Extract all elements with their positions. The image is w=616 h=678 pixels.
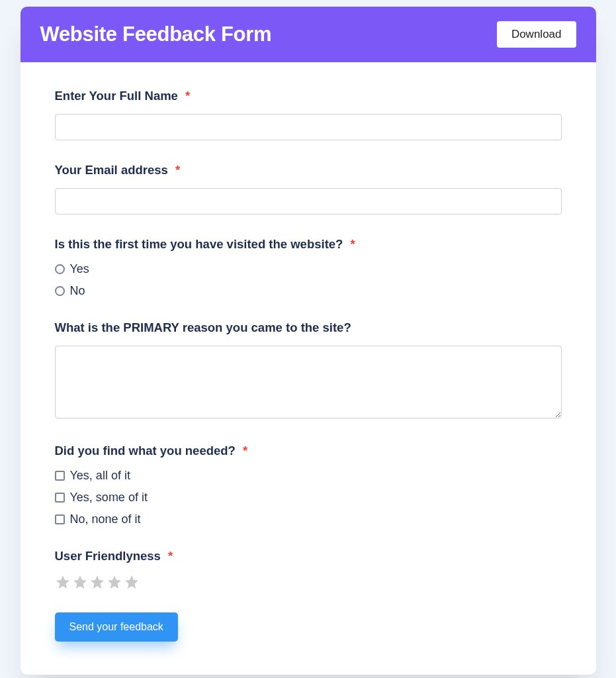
required-asterisk: * xyxy=(243,444,247,458)
field-found-needed: Did you find what you needed? * Yes, all… xyxy=(55,444,562,526)
radio-option-no[interactable]: No xyxy=(55,284,562,298)
checkbox-label: Yes, some of it xyxy=(70,491,148,505)
submit-button[interactable]: Send your feedback xyxy=(55,612,178,642)
field-first-visit: Is this the first time you have visited … xyxy=(55,237,562,298)
found-needed-label-text: Did you find what you needed? xyxy=(55,444,236,458)
checkbox-option-some[interactable]: Yes, some of it xyxy=(55,491,562,505)
radio-label: Yes xyxy=(70,262,89,276)
radio-label: No xyxy=(70,284,85,298)
checkbox-option-all[interactable]: Yes, all of it xyxy=(55,469,562,483)
form-body: Enter Your Full Name * Your Email addres… xyxy=(21,62,596,675)
radio-icon xyxy=(55,264,65,274)
name-label: Enter Your Full Name * xyxy=(55,89,562,103)
star-icon[interactable] xyxy=(124,574,140,590)
user-friendliness-label-text: User Friendlyness xyxy=(55,549,161,563)
required-asterisk: * xyxy=(175,163,180,177)
field-name: Enter Your Full Name * xyxy=(55,89,562,140)
form-title: Website Feedback Form xyxy=(40,23,272,46)
name-label-text: Enter Your Full Name xyxy=(55,89,178,103)
primary-reason-label: What is the PRIMARY reason you came to t… xyxy=(55,320,562,335)
primary-reason-label-text: What is the PRIMARY reason you came to t… xyxy=(55,320,351,334)
star-icon[interactable] xyxy=(107,574,122,590)
checkbox-label: No, none of it xyxy=(70,512,141,526)
first-visit-label-text: Is this the first time you have visited … xyxy=(55,237,343,251)
field-user-friendliness: User Friendlyness * xyxy=(55,549,562,590)
email-label-text: Your Email address xyxy=(55,163,168,177)
email-input[interactable] xyxy=(55,188,562,215)
form-header: Website Feedback Form Download xyxy=(21,7,596,62)
checkbox-option-none[interactable]: No, none of it xyxy=(55,512,562,526)
checkbox-icon xyxy=(55,514,65,524)
user-friendliness-label: User Friendlyness * xyxy=(55,549,562,563)
email-label: Your Email address * xyxy=(55,163,562,177)
star-rating xyxy=(55,574,562,590)
checkbox-icon xyxy=(55,471,65,481)
primary-reason-textarea[interactable] xyxy=(55,346,562,418)
star-icon[interactable] xyxy=(89,574,105,590)
checkbox-label: Yes, all of it xyxy=(70,469,130,483)
field-email: Your Email address * xyxy=(55,163,562,215)
found-needed-label: Did you find what you needed? * xyxy=(55,444,562,458)
required-asterisk: * xyxy=(351,237,355,251)
name-input[interactable] xyxy=(55,114,562,140)
star-icon[interactable] xyxy=(72,574,88,590)
download-button[interactable]: Download xyxy=(497,21,576,48)
star-icon[interactable] xyxy=(55,574,71,590)
required-asterisk: * xyxy=(168,549,173,563)
checkbox-icon xyxy=(55,493,65,503)
field-primary-reason: What is the PRIMARY reason you came to t… xyxy=(55,320,562,421)
required-asterisk: * xyxy=(185,89,190,103)
radio-icon xyxy=(55,286,65,296)
radio-option-yes[interactable]: Yes xyxy=(55,262,562,276)
first-visit-label: Is this the first time you have visited … xyxy=(55,237,562,252)
form-container: Website Feedback Form Download Enter You… xyxy=(21,7,596,675)
